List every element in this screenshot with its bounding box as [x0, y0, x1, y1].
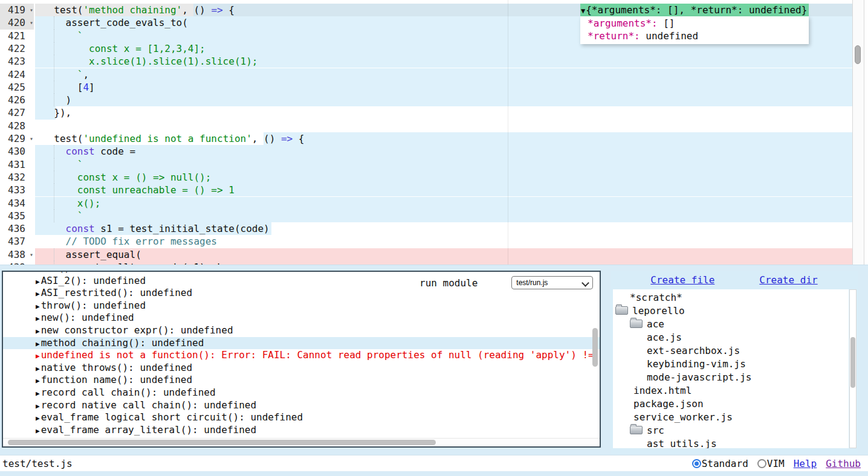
gutter-cell[interactable]: 429▾ — [0, 132, 34, 145]
github-link[interactable]: Github — [826, 458, 861, 469]
tree-file-mode-javascript.js[interactable]: mode-javascript.js — [613, 370, 849, 384]
code-line-425[interactable]: 425 [4] — [0, 81, 868, 94]
test-result-item[interactable]: ▶function name(): undefined — [3, 374, 600, 387]
run-module-select[interactable]: test/run.js — [511, 276, 593, 289]
expand-triangle-icon[interactable]: ▶ — [36, 365, 40, 373]
fold-toggle-icon[interactable]: ▾ — [30, 4, 33, 16]
gutter-cell[interactable]: 425 — [0, 81, 34, 94]
test-result-item[interactable]: ▶throw(): undefined — [3, 300, 600, 312]
expand-triangle-icon[interactable]: ▶ — [36, 414, 40, 422]
inspector-entry[interactable]: *return*: undefined — [580, 30, 809, 42]
code-line-432[interactable]: 432 const x = () => null(); — [0, 171, 868, 184]
collapse-triangle-icon[interactable]: ▼ — [581, 7, 585, 15]
test-result-item[interactable]: ▶undefined is not a function(): Error: F… — [3, 349, 600, 362]
code-line-439[interactable]: 439 root_calltree_node(s1).ok, — [0, 261, 868, 265]
inspector-header[interactable]: ▼{*arguments*: [], *return*: undefined} — [580, 4, 809, 16]
expand-triangle-icon[interactable]: ▶ — [36, 390, 40, 397]
runner-horizontal-scrollbar-thumb[interactable] — [8, 440, 436, 445]
gutter-cell[interactable]: 420▾ — [0, 16, 34, 29]
code-line-422[interactable]: 422 const x = [1,2,3,4]; — [0, 42, 868, 55]
expand-triangle-icon[interactable]: ▶ — [36, 427, 40, 435]
gutter-cell[interactable]: 424 — [0, 68, 34, 81]
expand-triangle-icon[interactable]: ▶ — [36, 402, 40, 410]
test-result-item[interactable]: ▶record native call chain(): undefined — [3, 399, 600, 412]
expand-triangle-icon[interactable]: ▶ — [36, 303, 40, 310]
file-tree-scrollbar[interactable] — [849, 289, 857, 448]
code-line-428[interactable]: 428 — [0, 120, 868, 132]
test-result-item[interactable]: ▶ASI(): undefined — [3, 271, 600, 275]
tree-folder-src[interactable]: src — [613, 423, 849, 437]
tree-file-ast_utils.js[interactable]: ast_utils.js — [613, 437, 849, 448]
help-link[interactable]: Help — [794, 458, 817, 469]
code-line-434[interactable]: 434 x(); — [0, 197, 868, 210]
test-result-item[interactable]: ▶eval_frame array_literal(): undefined — [3, 424, 600, 437]
tree-folder-leporello[interactable]: leporello — [613, 304, 849, 317]
expand-triangle-icon[interactable]: ▶ — [36, 377, 40, 385]
runner-vertical-scrollbar-thumb[interactable] — [592, 328, 598, 367]
tree-file-index.html[interactable]: index.html — [613, 384, 849, 397]
expand-triangle-icon[interactable]: ▶ — [36, 340, 40, 348]
test-result-item[interactable]: ▶eval_frame logical short circuit(): und… — [3, 411, 600, 424]
keybinding-radio-standard[interactable]: Standard — [692, 458, 748, 469]
expand-triangle-icon[interactable]: ▶ — [36, 327, 40, 335]
tree-file-package.json[interactable]: package.json — [613, 397, 849, 410]
gutter-cell[interactable]: 435 — [0, 210, 34, 222]
tree-file-keybinding-vim.js[interactable]: keybinding-vim.js — [613, 357, 849, 370]
test-result-item[interactable]: ▶new(): undefined — [3, 312, 600, 324]
gutter-cell[interactable]: 438▾ — [0, 248, 34, 261]
create-file-link[interactable]: Create file — [650, 274, 714, 286]
test-result-item[interactable]: ▶native throws(): undefined — [3, 362, 600, 375]
code-line-438[interactable]: 438▾ assert_equal( — [0, 248, 868, 261]
gutter-cell[interactable]: 430 — [0, 145, 34, 158]
runner-horizontal-scrollbar[interactable] — [3, 438, 600, 446]
expand-triangle-icon[interactable]: ▶ — [36, 315, 40, 323]
code-line-431[interactable]: 431 ` — [0, 158, 868, 171]
tree-file-ext-searchbox.js[interactable]: ext-searchbox.js — [613, 344, 849, 357]
gutter-cell[interactable]: 434 — [0, 197, 34, 210]
code-line-426[interactable]: 426 ) — [0, 94, 868, 106]
gutter-cell[interactable]: 427 — [0, 106, 34, 119]
code-line-429[interactable]: 429▾ test('undefined is not a function',… — [0, 132, 868, 145]
code-line-430[interactable]: 430 const code = — [0, 145, 868, 158]
expand-triangle-icon[interactable]: ▶ — [36, 271, 40, 273]
code-line-427[interactable]: 427 }), — [0, 106, 868, 119]
keybinding-radio-vim[interactable]: VIM — [757, 458, 785, 469]
tree-file-ace.js[interactable]: ace.js — [613, 330, 849, 344]
editor-vertical-scrollbar[interactable] — [852, 0, 864, 265]
gutter-cell[interactable]: 426 — [0, 94, 34, 106]
test-result-item[interactable]: ▶new constructor expr(): undefined — [3, 324, 600, 337]
code-line-435[interactable]: 435 ` — [0, 210, 868, 222]
tree-file-service_worker.js[interactable]: service_worker.js — [613, 410, 849, 423]
radio-unselected-icon[interactable] — [757, 459, 766, 468]
expand-triangle-icon[interactable]: ▶ — [36, 290, 40, 298]
gutter-cell[interactable]: 423 — [0, 55, 34, 68]
radio-selected-icon[interactable] — [692, 459, 701, 468]
gutter-cell[interactable]: 437 — [0, 235, 34, 248]
gutter-cell[interactable]: 431 — [0, 158, 34, 171]
editor-scrollbar-thumb[interactable] — [855, 45, 861, 64]
gutter-cell[interactable]: 428 — [0, 120, 34, 132]
code-line-433[interactable]: 433 const unreachable = () => 1 — [0, 184, 868, 196]
file-tree-scrollbar-thumb[interactable] — [850, 337, 855, 388]
code-line-436[interactable]: 436 const s1 = test_initial_state(code) — [0, 222, 868, 235]
expand-triangle-icon[interactable]: ▶ — [36, 278, 40, 286]
inspector-entry[interactable]: *arguments*: [] — [580, 17, 809, 30]
fold-toggle-icon[interactable]: ▾ — [30, 16, 33, 29]
code-line-423[interactable]: 423 x.slice(1).slice(1).slice(1); — [0, 55, 868, 68]
gutter-cell[interactable]: 421 — [0, 30, 34, 42]
gutter-cell[interactable]: 419▾ — [0, 4, 34, 16]
fold-toggle-icon[interactable]: ▾ — [30, 132, 33, 145]
gutter-cell[interactable]: 439 — [0, 261, 34, 265]
tree-file-*scratch*[interactable]: *scratch* — [613, 291, 849, 304]
test-result-item[interactable]: ▶record call chain(): undefined — [3, 387, 600, 399]
code-editor[interactable]: 419▾ test('method chaining', () => {420▾… — [0, 0, 868, 265]
test-result-item[interactable]: ▶method chaining(): undefined — [3, 337, 600, 350]
create-dir-link[interactable]: Create dir — [759, 274, 817, 286]
tree-folder-ace[interactable]: ace — [613, 317, 849, 330]
gutter-cell[interactable]: 436 — [0, 222, 34, 235]
fold-toggle-icon[interactable]: ▾ — [30, 248, 33, 261]
gutter-cell[interactable]: 432 — [0, 171, 34, 184]
code-line-424[interactable]: 424 `, — [0, 68, 868, 81]
expand-triangle-icon[interactable]: ▶ — [36, 352, 40, 360]
code-line-437[interactable]: 437 // TODO fix error messages — [0, 235, 868, 248]
